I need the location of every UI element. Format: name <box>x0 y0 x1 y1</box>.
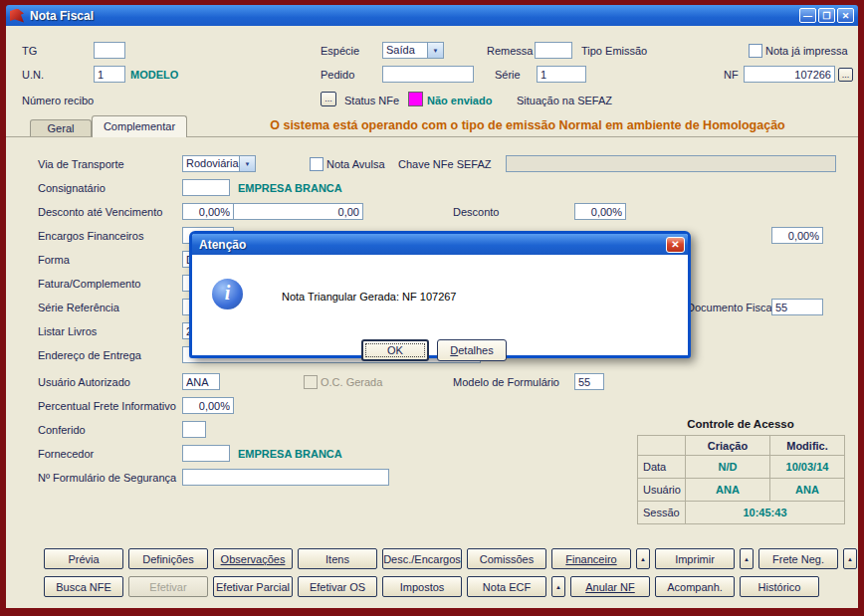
tg-input[interactable] <box>94 42 125 59</box>
access-row-data-label: Data <box>638 456 686 479</box>
dialog-message: Nota Triangular Gerada: NF 107267 <box>282 291 457 303</box>
especie-select[interactable]: Saída ▼ <box>382 42 444 59</box>
tab-geral[interactable]: Geral <box>30 119 92 136</box>
remessa-label: Remessa <box>487 45 533 57</box>
tab-complementar[interactable]: Complementar <box>92 115 187 137</box>
especie-label: Espécie <box>321 45 359 57</box>
access-row-sessao-label: Sessão <box>638 502 686 524</box>
situacao-sefaz-label: Situação na SEFAZ <box>517 95 612 106</box>
nota-ecf-button[interactable]: Nota ECF <box>467 576 546 597</box>
conferido-label: Conferido <box>38 424 86 436</box>
imprimir-button[interactable]: Imprimir <box>655 548 735 569</box>
conferido-input[interactable] <box>182 421 206 438</box>
nota-ecf-up-arrow-icon[interactable]: ▲ <box>551 576 565 597</box>
pedido-label: Pedido <box>321 69 354 81</box>
pedido-input[interactable] <box>382 66 474 83</box>
formulario-seguranca-input[interactable] <box>182 469 389 486</box>
consignatario-label: Consignatário <box>38 182 106 194</box>
access-data-modific: 10/03/14 <box>770 456 845 479</box>
frete-neg-button[interactable]: Frete Neg. <box>758 548 838 569</box>
efetivar-os-button[interactable]: Efetivar OS <box>298 576 377 597</box>
oc-gerada-label: O.C. Gerada <box>321 376 382 388</box>
app-icon <box>10 9 24 23</box>
perc-frete-label: Percentual Frete Informativo <box>38 400 176 412</box>
comissoes-button[interactable]: Comissões <box>467 548 546 569</box>
acompanh-button[interactable]: Acompanh. <box>655 576 735 597</box>
previa-button[interactable]: Prévia <box>44 548 123 569</box>
fornecedor-input[interactable] <box>182 445 230 462</box>
nf-input[interactable] <box>744 66 835 83</box>
un-label: U.N. <box>22 69 44 81</box>
titlebar[interactable]: Nota Fiscal — ❐ ✕ <box>6 5 858 26</box>
ok-button[interactable]: OK <box>361 339 429 361</box>
definicoes-button[interactable]: Definições <box>128 548 208 569</box>
nf-label: NF <box>724 69 739 81</box>
access-control-table: Criação Modific. Data N/D 10/03/14 Usuár… <box>637 435 845 524</box>
access-col-modific: Modific. <box>770 436 845 456</box>
efetivar-parcial-button[interactable]: Efetivar Parcial <box>213 576 293 597</box>
desconto-venc-label: Desconto até Vencimento <box>38 206 162 218</box>
recibo-more-button[interactable]: ... <box>321 92 336 106</box>
usuario-autorizado-label: Usuário Autorizado <box>38 376 130 388</box>
listar-livros-label: Listar Livros <box>38 325 97 337</box>
maximize-icon[interactable]: ❐ <box>818 8 835 23</box>
observacoes-button[interactable]: Observações <box>213 548 293 569</box>
nf-more-button[interactable]: ... <box>838 68 853 82</box>
access-usuario-criacao: ANA <box>686 479 770 502</box>
dialog-close-icon[interactable]: ✕ <box>666 237 685 253</box>
impostos-button[interactable]: Impostos <box>382 576 462 597</box>
detalhes-button[interactable]: Detalhes <box>437 339 507 361</box>
frete-neg-up-arrow-icon[interactable]: ▲ <box>843 548 857 569</box>
financeiro-button[interactable]: Financeiro <box>551 548 631 569</box>
access-corner-cell <box>638 436 686 456</box>
anular-nf-button[interactable]: Anular NF <box>570 576 650 597</box>
modelo-formulario-input[interactable] <box>574 373 604 390</box>
modelo-formulario-label: Modelo de Formulário <box>453 376 559 388</box>
close-icon[interactable]: ✕ <box>837 8 854 23</box>
desconto-pct-input[interactable] <box>574 203 626 220</box>
desconto-venc-valor-input[interactable] <box>233 203 363 220</box>
chevron-down-icon[interactable]: ▼ <box>239 156 255 171</box>
minimize-icon[interactable]: — <box>799 8 816 23</box>
documento-fiscal-input[interactable] <box>771 299 823 315</box>
forma-label: Forma <box>38 254 70 266</box>
fornecedor-company: EMPRESA BRANCA <box>238 448 342 460</box>
consignatario-company: EMPRESA BRANCA <box>238 182 342 194</box>
imprimir-up-arrow-icon[interactable]: ▲ <box>740 548 754 569</box>
access-col-criacao: Criação <box>686 436 770 456</box>
historico-button[interactable]: Histórico <box>740 576 819 597</box>
financeiro-up-arrow-icon[interactable]: ▲ <box>636 548 650 569</box>
nota-ja-impressa-checkbox[interactable] <box>749 44 762 58</box>
itens-button[interactable]: Itens <box>298 548 377 569</box>
chave-nfe-input <box>506 155 836 172</box>
serie-input[interactable] <box>537 66 586 83</box>
window-title: Nota Fiscal <box>30 9 797 23</box>
nota-avulsa-label: Nota Avulsa <box>326 158 385 170</box>
nota-avulsa-checkbox[interactable] <box>310 157 324 171</box>
info-icon: i <box>212 279 243 309</box>
via-transporte-label: Via de Transporte <box>38 158 124 170</box>
desc-encargos-button[interactable]: Desc./Encargos <box>382 548 462 569</box>
status-nfe-swatch <box>408 92 423 106</box>
usuario-autorizado-input[interactable] <box>182 373 220 390</box>
desconto-venc-pct-input[interactable] <box>182 203 234 220</box>
atencao-dialog-titlebar[interactable]: Atenção ✕ <box>192 234 688 255</box>
un-input[interactable] <box>94 66 125 83</box>
remessa-input[interactable] <box>535 42 572 59</box>
busca-nfe-button[interactable]: Busca NFE <box>44 576 123 597</box>
fatura-label: Fatura/Complemento <box>38 278 140 290</box>
encargos-pct-input[interactable] <box>771 227 823 244</box>
button-row-1: Prévia Definições Observações Itens Desc… <box>44 548 858 569</box>
environment-banner: O sistema está operando com o tipo de em… <box>204 118 851 132</box>
atencao-dialog-body: i Nota Triangular Gerada: NF 107267 OK D… <box>192 255 688 355</box>
chevron-down-icon[interactable]: ▼ <box>427 43 443 58</box>
fornecedor-label: Fornecedor <box>38 448 94 460</box>
consignatario-input[interactable] <box>182 179 230 196</box>
via-transporte-select[interactable]: Rodoviária ▼ <box>182 155 256 172</box>
atencao-dialog: Atenção ✕ i Nota Triangular Gerada: NF 1… <box>189 231 691 358</box>
serie-referencia-label: Série Referência <box>38 302 119 313</box>
numero-recibo-label: Número recibo <box>22 95 94 106</box>
endereco-entrega-label: Endereço de Entrega <box>38 349 141 361</box>
modelo-label: MODELO <box>130 69 178 81</box>
perc-frete-input[interactable] <box>182 397 234 414</box>
